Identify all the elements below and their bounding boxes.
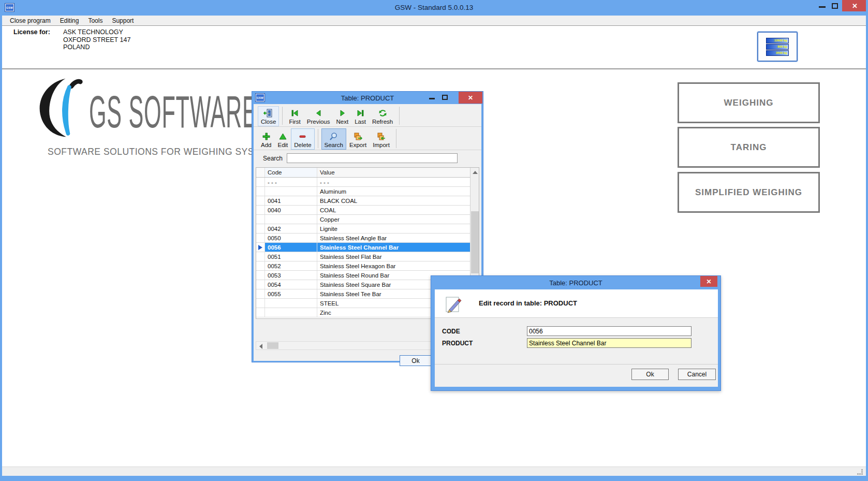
edit-icon <box>278 132 288 141</box>
toolbar-separator <box>399 107 400 125</box>
product-field[interactable] <box>527 338 692 348</box>
nav-toolbar: Close First Previous <box>254 105 481 127</box>
edit-dialog-close-icon[interactable]: ✕ <box>700 276 717 287</box>
cell-code <box>265 215 317 224</box>
row-gutter <box>256 243 265 252</box>
menu-support[interactable]: Support <box>107 16 138 25</box>
edit-label: Edit <box>277 142 288 148</box>
close-table-button[interactable]: Close <box>258 106 279 126</box>
vertical-scroll-thumb[interactable] <box>471 211 479 273</box>
weighing-label: WEIGHING <box>724 98 774 108</box>
simplified-weighing-button[interactable]: SIMPLIFIED WEIGHING <box>678 172 820 213</box>
cell-value: Stainless Steel Channel Bar <box>317 243 479 252</box>
cell-code: 0056 <box>265 243 317 252</box>
table-row[interactable]: 0040COAL <box>256 206 479 215</box>
cell-code: 0041 <box>265 196 317 205</box>
next-button[interactable]: Next <box>333 106 352 126</box>
table-ok-button[interactable]: Ok <box>400 355 432 366</box>
add-icon <box>261 132 271 141</box>
scroll-left-icon[interactable] <box>259 344 262 349</box>
search-label: Search <box>325 142 343 148</box>
table-row[interactable]: Aluminum <box>256 187 479 196</box>
import-button[interactable]: Import <box>370 128 393 150</box>
add-button[interactable]: Add <box>258 128 274 150</box>
table-maximize-button[interactable] <box>442 95 448 100</box>
previous-button[interactable]: Previous <box>304 106 333 126</box>
table-row[interactable]: 0042Lignite <box>256 224 479 234</box>
row-gutter <box>256 215 265 224</box>
scale-row-1: 12600 kg <box>766 38 789 43</box>
table-row[interactable]: 0050Stainless Steel Angle Bar <box>256 234 479 243</box>
export-button[interactable]: Export <box>346 128 370 150</box>
edit-cancel-button[interactable]: Cancel <box>678 369 716 380</box>
table-row[interactable]: 0041BLACK COAL <box>256 196 479 206</box>
last-button[interactable]: Last <box>351 106 369 126</box>
table-minimize-button[interactable] <box>429 98 435 99</box>
scale-row-2: 800 kg <box>766 44 789 50</box>
simplified-weighing-label: SIMPLIFIED WEIGHING <box>695 187 802 198</box>
row-gutter <box>256 299 265 308</box>
cell-code <box>265 299 317 308</box>
cell-code <box>265 187 317 196</box>
table-row[interactable]: - - -- - - <box>256 178 479 187</box>
edit-button[interactable]: Edit <box>274 128 291 150</box>
taring-button[interactable]: TARING <box>678 127 820 168</box>
delete-button[interactable]: Delete <box>291 128 314 150</box>
row-gutter <box>256 178 265 186</box>
table-row-selected[interactable]: 0056Stainless Steel Channel Bar <box>256 243 479 252</box>
next-label: Next <box>336 119 349 125</box>
table-row[interactable]: 0052Stainless Steel Hexagon Bar <box>256 261 479 271</box>
minimize-button[interactable] <box>819 6 826 8</box>
edit-toolbar: Add Edit Delete <box>254 127 481 150</box>
row-gutter <box>256 187 265 196</box>
close-icon[interactable]: ✕ <box>842 0 867 11</box>
edit-dialog-title: Table: PRODUCT <box>431 279 720 287</box>
menu-close-program[interactable]: Close program <box>5 16 55 25</box>
header-value[interactable]: Value <box>317 168 479 177</box>
menu-tools[interactable]: Tools <box>83 16 107 25</box>
table-row[interactable]: 0051Stainless Steel Flat Bar <box>256 252 479 261</box>
import-icon <box>376 132 386 141</box>
refresh-icon <box>378 108 388 118</box>
gs-logo-mark <box>36 77 87 141</box>
menu-editing[interactable]: Editing <box>55 16 84 25</box>
cell-value: Stainless Steel Hexagon Bar <box>317 261 479 270</box>
scale-row-3: 3500 kg <box>766 50 789 56</box>
toolbar-separator <box>396 129 396 148</box>
gs-software-logo: GS SOFTWARE SOFTWARE SOLUTIONS FOR WEIGH… <box>36 77 243 162</box>
table-row[interactable]: Copper <box>256 215 479 224</box>
row-gutter <box>256 224 265 233</box>
scale-display-button[interactable]: 12600 kg 800 kg 3500 kg <box>757 32 798 62</box>
search-input[interactable] <box>287 153 458 163</box>
search-field-label: Search <box>263 155 283 162</box>
row-gutter <box>256 261 265 270</box>
horizontal-scroll-thumb[interactable] <box>267 342 278 349</box>
cell-code: 0052 <box>265 261 317 270</box>
close-table-label: Close <box>261 119 276 125</box>
scroll-up-icon[interactable] <box>473 171 478 174</box>
row-gutter <box>256 234 265 242</box>
resize-grip[interactable] <box>857 469 863 475</box>
product-label: PRODUCT <box>442 340 473 347</box>
cell-code: 0051 <box>265 252 317 261</box>
cell-code: 0053 <box>265 271 317 280</box>
main-window: GSW GSW - Standard 5.0.0.13 ✕ Close prog… <box>0 0 868 481</box>
cell-value: Stainless Steel Flat Bar <box>317 252 479 261</box>
next-icon <box>337 108 347 118</box>
edit-ok-button[interactable]: Ok <box>631 369 669 380</box>
row-gutter <box>256 206 265 214</box>
cell-code: 0042 <box>265 224 317 233</box>
weighing-button[interactable]: WEIGHING <box>678 82 820 123</box>
main-titlebar: GSW GSW - Standard 5.0.0.13 ✕ <box>0 0 868 16</box>
search-icon <box>329 132 339 141</box>
taring-label: TARING <box>731 142 767 153</box>
cell-value: Aluminum <box>317 187 479 196</box>
code-field[interactable] <box>527 326 692 336</box>
search-button[interactable]: Search <box>321 128 346 150</box>
header-gutter <box>256 168 265 177</box>
table-close-icon[interactable]: ✕ <box>459 92 482 104</box>
refresh-button[interactable]: Refresh <box>369 106 396 126</box>
maximize-button[interactable] <box>832 3 838 9</box>
header-code[interactable]: Code <box>265 168 317 177</box>
first-button[interactable]: First <box>286 106 303 126</box>
